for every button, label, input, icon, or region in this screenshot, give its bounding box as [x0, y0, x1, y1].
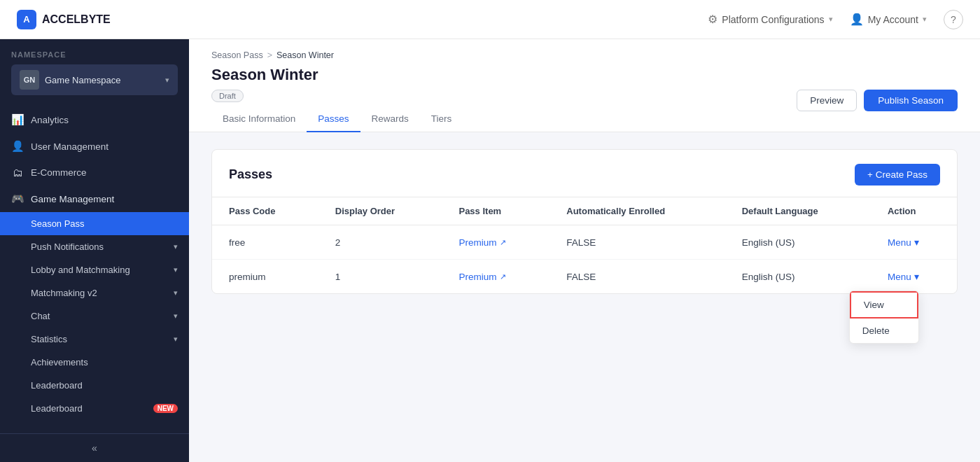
main-layout: NAMESPACE GN Game Namespace ▾ 📊 Analytic… [0, 39, 980, 462]
sidebar-item-statistics[interactable]: Statistics ▾ [0, 328, 189, 351]
cell-auto-enrolled-1: FALSE [550, 225, 724, 260]
sidebar-item-ecommerce[interactable]: 🗂 E-Commerce [0, 160, 189, 186]
external-link-icon-1: ↗ [500, 238, 506, 247]
sidebar-item-matchmaking-v2[interactable]: Matchmaking v2 ▾ [0, 281, 189, 304]
create-pass-button[interactable]: + Create Pass [855, 164, 940, 186]
preview-button[interactable]: Preview [797, 90, 857, 111]
sidebar-item-game-management-label: Game Management [31, 194, 178, 204]
page-title: Season Winter [211, 66, 318, 84]
sidebar-nav: 📊 Analytics 👤 User Management 🗂 E-Commer… [0, 101, 189, 433]
platform-config-button[interactable]: ⚙ Platform Configurations ▾ [708, 13, 832, 26]
platform-config-label: Platform Configurations [722, 14, 824, 25]
col-pass-code: Pass Code [212, 197, 318, 225]
my-account-button[interactable]: 👤 My Account ▾ [850, 13, 927, 26]
main-content: Season Pass > Season Winter Season Winte… [189, 39, 980, 462]
action-dropdown-container-2: Menu ▾ View Delete [888, 271, 919, 282]
cell-display-order-1: 2 [318, 225, 442, 260]
page-title-row: Season Winter [211, 66, 958, 84]
pass-item-link-1[interactable]: Premium ↗ [458, 237, 533, 248]
menu-label-2: Menu [888, 272, 911, 282]
content-body: Passes + Create Pass Pass Code Display O… [189, 132, 980, 311]
status-badge: Draft [211, 90, 244, 102]
sidebar-item-analytics[interactable]: 📊 Analytics [0, 106, 189, 133]
user-management-icon: 👤 [11, 140, 24, 153]
cell-display-order-2: 1 [318, 260, 442, 294]
sidebar-item-chat-label: Chat [31, 311, 50, 321]
sidebar-item-leaderboard2[interactable]: Leaderboard NEW [0, 397, 189, 420]
breadcrumb: Season Pass > Season Winter [211, 50, 958, 60]
table-header-row: Pass Code Display Order Pass Item Automa… [212, 197, 957, 225]
statistics-chevron-icon: ▾ [174, 335, 178, 344]
cell-pass-code-2: premium [212, 260, 318, 294]
top-nav: A ACCELBYTE ⚙ Platform Configurations ▾ … [0, 0, 980, 39]
menu-chevron-icon-2: ▾ [914, 271, 919, 282]
dropdown-item-view[interactable]: View [850, 291, 918, 318]
tab-basic-information[interactable]: Basic Information [211, 106, 307, 132]
cell-auto-enrolled-2: FALSE [550, 260, 724, 294]
app-name: ACCELBYTE [42, 13, 111, 26]
col-action: Action [871, 197, 957, 225]
action-menu-button-2[interactable]: Menu ▾ [888, 271, 919, 282]
sidebar-item-lobby-matchmaking-label: Lobby and Matchmaking [31, 265, 130, 275]
tab-passes[interactable]: Passes [307, 106, 360, 132]
sidebar-item-chat[interactable]: Chat ▾ [0, 304, 189, 328]
col-pass-item: Pass Item [442, 197, 550, 225]
sidebar-item-season-pass-label: Season Pass [31, 218, 85, 229]
sidebar-footer: « [0, 433, 189, 462]
passes-card-header: Passes + Create Pass [212, 150, 957, 197]
namespace-badge: GN [20, 70, 39, 90]
namespace-name: Game Namespace [45, 75, 160, 85]
sidebar-item-game-management[interactable]: 🎮 Game Management [0, 186, 189, 212]
table-header: Pass Code Display Order Pass Item Automa… [212, 197, 957, 225]
table-body: free 2 Premium ↗ FALSE English (US) [212, 225, 957, 294]
publish-button[interactable]: Publish Season [864, 90, 958, 111]
dropdown-item-delete[interactable]: Delete [850, 318, 918, 343]
pass-item-link-2[interactable]: Premium ↗ [458, 272, 533, 282]
logo-icon: A [17, 10, 36, 29]
sidebar-item-analytics-label: Analytics [31, 115, 178, 125]
top-nav-right: ⚙ Platform Configurations ▾ 👤 My Account… [708, 10, 963, 29]
page-header: Season Pass > Season Winter Season Winte… [189, 39, 980, 132]
analytics-icon: 📊 [11, 113, 24, 126]
menu-chevron-icon-1: ▾ [914, 237, 919, 248]
sidebar-item-statistics-label: Statistics [31, 334, 67, 344]
sidebar-item-ecommerce-label: E-Commerce [31, 167, 178, 178]
passes-table: Pass Code Display Order Pass Item Automa… [212, 197, 957, 293]
sidebar-item-user-management-label: User Management [31, 141, 178, 152]
passes-title: Passes [229, 167, 272, 182]
chat-chevron-icon: ▾ [174, 312, 178, 321]
col-auto-enrolled: Automatically Enrolled [550, 197, 724, 225]
namespace-selector[interactable]: GN Game Namespace ▾ [11, 64, 178, 95]
push-notifications-chevron-icon: ▾ [174, 242, 178, 251]
breadcrumb-parent[interactable]: Season Pass [211, 50, 263, 60]
sidebar-item-matchmaking-v2-label: Matchmaking v2 [31, 288, 97, 298]
cell-default-language-2: English (US) [725, 260, 871, 294]
table-row: premium 1 Premium ↗ FALSE English (US) [212, 260, 957, 294]
user-icon: 👤 [850, 13, 864, 26]
sidebar-item-season-pass[interactable]: Season Pass [0, 212, 189, 235]
breadcrumb-separator: > [267, 50, 272, 60]
col-display-order: Display Order [318, 197, 442, 225]
sidebar-item-push-notifications[interactable]: Push Notifications ▾ [0, 235, 189, 258]
namespace-chevron-icon: ▾ [165, 76, 169, 85]
sidebar-item-achievements[interactable]: Achievements [0, 351, 189, 374]
help-button[interactable]: ? [944, 10, 963, 29]
namespace-label: NAMESPACE [11, 50, 178, 59]
namespace-section: NAMESPACE GN Game Namespace ▾ [0, 39, 189, 101]
help-icon: ? [951, 14, 956, 25]
cell-pass-code-1: free [212, 225, 318, 260]
collapse-button[interactable]: « [92, 442, 97, 454]
action-menu-button-1[interactable]: Menu ▾ [888, 237, 919, 248]
sidebar: NAMESPACE GN Game Namespace ▾ 📊 Analytic… [0, 39, 189, 462]
matchmaking-v2-chevron-icon: ▾ [174, 288, 178, 298]
sidebar-item-lobby-matchmaking[interactable]: Lobby and Matchmaking ▾ [0, 258, 189, 281]
sidebar-item-user-management[interactable]: 👤 User Management [0, 133, 189, 160]
col-default-language: Default Language [725, 197, 871, 225]
app-logo: A ACCELBYTE [17, 10, 708, 29]
tab-tiers[interactable]: Tiers [420, 106, 463, 132]
sidebar-item-leaderboard[interactable]: Leaderboard [0, 374, 189, 397]
cell-action-1: Menu ▾ [871, 225, 957, 260]
tab-rewards[interactable]: Rewards [360, 106, 420, 132]
platform-config-chevron-icon: ▾ [829, 15, 833, 24]
table-row: free 2 Premium ↗ FALSE English (US) [212, 225, 957, 260]
